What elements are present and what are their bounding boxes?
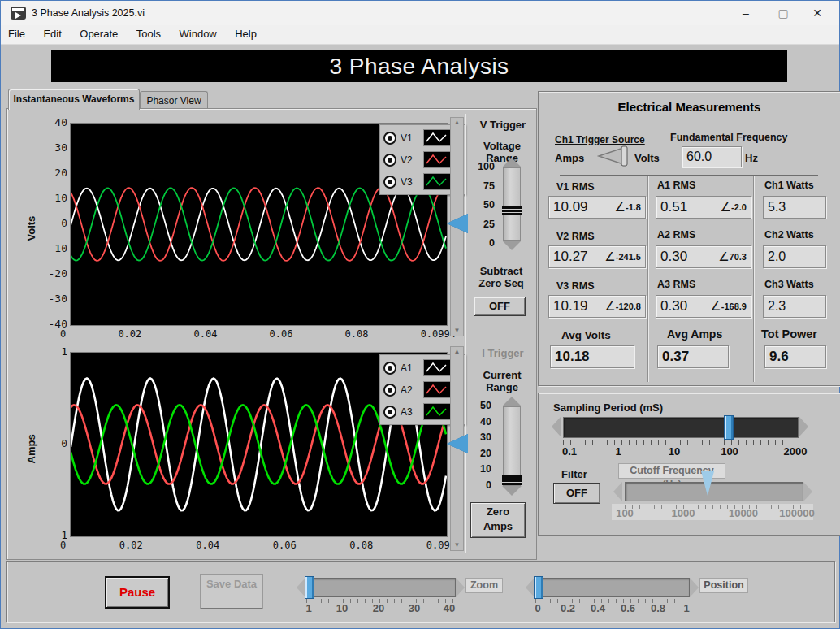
angle-icon: ∠ xyxy=(718,249,729,264)
current-range-slider[interactable] xyxy=(501,397,522,494)
a2-rms-value: 0.30 ∠70.3 xyxy=(656,245,751,268)
plot-visible-icon[interactable] xyxy=(383,132,396,145)
v2-line-sample-icon[interactable] xyxy=(423,151,451,168)
menu-help[interactable]: Help xyxy=(227,25,264,42)
avg-volts-value: 10.18 xyxy=(550,345,634,368)
ch3-watts-label: Ch3 Watts xyxy=(764,279,814,290)
slider-right-arrow-icon[interactable] xyxy=(690,578,699,597)
current-range-handle[interactable] xyxy=(502,475,522,485)
scroll-down-icon[interactable]: ▼ xyxy=(454,326,461,336)
sampling-period-slider[interactable] xyxy=(563,417,799,438)
a3-line-sample-icon[interactable] xyxy=(423,403,451,420)
v3-rms-label: V3 RMS xyxy=(556,280,595,292)
v3-line-sample-icon[interactable] xyxy=(423,173,451,190)
v1-rms-label: V1 RMS xyxy=(556,181,595,193)
sampling-period-label: Sampling Period (mS) xyxy=(553,401,663,414)
subtract-zero-seq-button[interactable]: OFF xyxy=(474,297,526,316)
maximize-button[interactable]: ▢ xyxy=(764,1,802,25)
slider-right-arrow-icon[interactable] xyxy=(803,482,812,501)
menu-window[interactable]: Window xyxy=(172,25,224,42)
volts-axis-label: Volts xyxy=(25,201,37,241)
window-title: 3 Phase Analysis 2025.vi xyxy=(32,7,145,19)
slider-decrement-icon[interactable] xyxy=(502,241,522,250)
scroll-up-icon[interactable]: ▲ xyxy=(454,118,461,128)
a2-line-sample-icon[interactable] xyxy=(423,381,451,398)
sampling-scale-ticks xyxy=(563,440,797,445)
amps-x-ticks: 0 0.02 0.04 0.06 0.08 0.099 xyxy=(60,540,456,551)
scroll-down-icon[interactable]: ▼ xyxy=(454,540,461,550)
filter-label: Filter xyxy=(561,468,587,480)
avg-amps-label: Avg Amps xyxy=(667,328,722,341)
cutoff-scale-ticks xyxy=(625,505,802,509)
labview-app-icon xyxy=(11,7,26,20)
minimize-button[interactable]: – xyxy=(727,1,764,25)
cutoff-frequency-pointer[interactable] xyxy=(701,471,714,496)
v1-rms-value: 10.09 ∠-1.8 xyxy=(548,196,646,219)
footer-control-bar: Pause Save Data 1 10 20 30 40 Zoom 0 0.2… xyxy=(6,561,835,622)
tot-power-value: 9.6 xyxy=(764,345,826,368)
cutoff-frequency-slider[interactable] xyxy=(625,482,803,501)
plot-visible-icon[interactable] xyxy=(383,176,396,189)
menu-bar: File Edit Operate Tools Window Help xyxy=(1,25,839,45)
save-data-button[interactable]: Save Data xyxy=(200,574,263,609)
slider-right-arrow-icon[interactable] xyxy=(799,417,808,436)
v2-rms-label: V2 RMS xyxy=(556,231,595,242)
slider-right-arrow-icon[interactable] xyxy=(456,578,465,597)
voltage-range-handle[interactable] xyxy=(502,206,522,215)
subtract-zero-seq-label: Subtract Zero Seq xyxy=(467,265,535,289)
a3-rms-value: 0.30 ∠-168.9 xyxy=(656,295,751,318)
a1-rms-label: A1 RMS xyxy=(657,180,695,191)
fundamental-frequency-input[interactable]: 60.0 xyxy=(682,146,742,167)
ch1-watts-label: Ch1 Watts xyxy=(764,180,814,191)
v1-line-sample-icon[interactable] xyxy=(423,129,451,146)
menu-file[interactable]: File xyxy=(1,25,32,42)
i-trigger-level-cursor[interactable] xyxy=(447,434,468,453)
menu-tools[interactable]: Tools xyxy=(129,25,168,42)
a1-line-sample-icon[interactable] xyxy=(423,359,451,376)
ch1-trigger-source-label: Ch1 Trigger Source xyxy=(555,134,645,145)
plot-visible-icon[interactable] xyxy=(383,362,396,375)
pause-button[interactable]: Pause xyxy=(105,576,170,609)
divider xyxy=(465,114,466,553)
plot-visible-icon[interactable] xyxy=(383,406,396,419)
zoom-handle[interactable] xyxy=(305,576,314,599)
filter-button[interactable]: OFF xyxy=(553,483,600,504)
scroll-up-icon[interactable]: ▲ xyxy=(454,347,461,357)
a3-rms-label: A3 RMS xyxy=(657,279,695,290)
menu-edit[interactable]: Edit xyxy=(36,25,68,42)
volts-y-ticks: 40 30 20 10 0 -10 -20 -30 -40 xyxy=(38,116,67,331)
trigger-source-volts-label: Volts xyxy=(634,152,660,164)
slider-left-arrow-icon[interactable] xyxy=(552,417,561,436)
position-handle[interactable] xyxy=(534,576,543,599)
zoom-slider[interactable] xyxy=(306,578,456,597)
ch1-watts-value: 5.3 xyxy=(763,196,826,219)
waveforms-tab-panel: Volts 40 30 20 10 0 -10 -20 -30 -40 0 0.… xyxy=(6,108,537,560)
trigger-source-switch[interactable] xyxy=(594,145,631,167)
title-bar: 3 Phase Analysis 2025.vi – ▢ ✕ xyxy=(1,1,839,25)
angle-icon: ∠ xyxy=(604,249,615,264)
slider-increment-icon[interactable] xyxy=(502,158,522,167)
sampling-period-handle[interactable] xyxy=(724,415,734,440)
plot-visible-icon[interactable] xyxy=(383,384,396,397)
close-button[interactable]: ✕ xyxy=(799,1,836,25)
avg-amps-value: 0.37 xyxy=(657,345,729,368)
slider-increment-icon[interactable] xyxy=(502,397,522,406)
ch2-watts-value: 2.0 xyxy=(763,245,826,268)
menu-operate[interactable]: Operate xyxy=(72,25,125,42)
angle-icon: ∠ xyxy=(721,200,731,215)
ch3-watts-value: 2.3 xyxy=(763,295,826,318)
plot-visible-icon[interactable] xyxy=(383,154,396,167)
tab-phasor-view[interactable]: Phasor View xyxy=(140,91,208,110)
position-slider[interactable] xyxy=(535,578,690,597)
zero-amps-button[interactable]: Zero Amps xyxy=(470,502,526,538)
slider-decrement-icon[interactable] xyxy=(502,486,522,496)
slider-left-arrow-icon[interactable] xyxy=(613,482,622,501)
v-trigger-level-cursor[interactable] xyxy=(447,214,468,233)
amps-axis-label: Amps xyxy=(25,423,37,464)
tot-power-label: Tot Power xyxy=(761,328,817,341)
tab-instantaneous-waveforms[interactable]: Instantaneous Waveforms xyxy=(8,89,140,110)
fundamental-frequency-label: Fundamental Frequency xyxy=(670,132,787,143)
v2-rms-value: 10.27 ∠-241.5 xyxy=(548,245,646,268)
trigger-source-amps-label: Amps xyxy=(555,152,584,164)
voltage-range-slider[interactable] xyxy=(501,158,522,249)
